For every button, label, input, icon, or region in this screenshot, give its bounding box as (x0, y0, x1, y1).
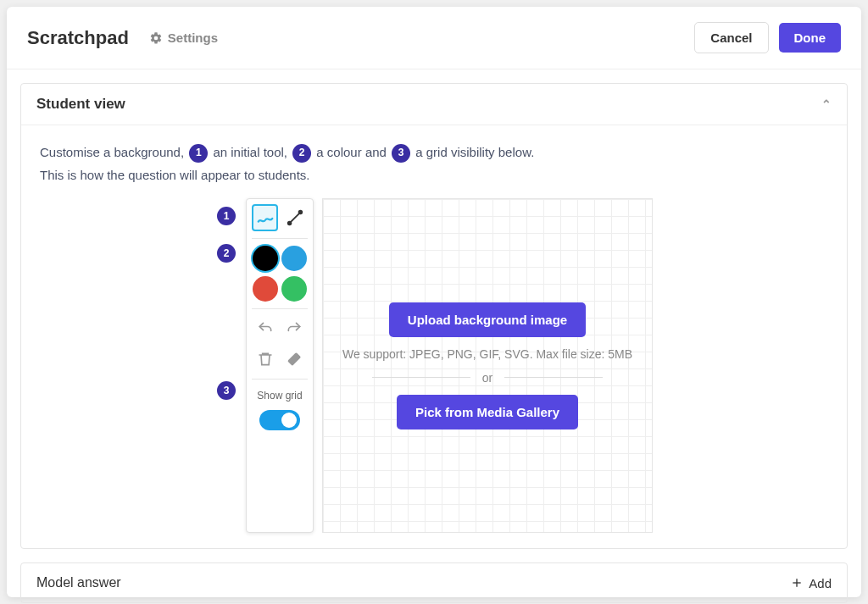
badge-1-inline: 1 (189, 144, 208, 163)
support-text: We support: JPEG, PNG, GIF, SVG. Max fil… (342, 347, 632, 361)
or-text: or (482, 371, 492, 385)
badge-3-inline: 3 (392, 144, 410, 163)
settings-label: Settings (168, 30, 218, 45)
badge-1: 1 (217, 207, 236, 225)
instruction-text: Customise a background, 1 an initial too… (40, 141, 828, 186)
color-row-2 (252, 276, 308, 302)
drawing-toolbar: Show grid (246, 198, 314, 533)
plus-icon (790, 576, 804, 590)
badge-3: 3 (217, 381, 236, 400)
color-black[interactable] (253, 246, 278, 271)
line-tool[interactable] (281, 204, 308, 231)
cancel-button[interactable]: Cancel (694, 22, 768, 53)
eraser-button[interactable] (281, 346, 307, 372)
settings-link[interactable]: Settings (149, 30, 218, 45)
color-red[interactable] (253, 276, 278, 302)
show-grid-toggle[interactable] (259, 410, 300, 430)
undo-icon (257, 320, 274, 337)
color-row-1 (252, 246, 308, 271)
canvas-area: Upload background image We support: JPEG… (322, 198, 653, 533)
model-answer-heading: Model answer (36, 575, 121, 590)
trash-icon (257, 351, 274, 368)
done-button[interactable]: Done (779, 23, 842, 53)
model-answer-section: Model answer Add (20, 562, 848, 603)
student-view-header[interactable]: Student view ⌃ (21, 84, 847, 125)
instruction-line2: This is how the question will appear to … (40, 168, 310, 182)
chevron-up-icon: ⌃ (821, 97, 832, 111)
instruction-p3: a colour and (316, 145, 387, 159)
instruction-p4: a grid visibility below. (415, 145, 534, 159)
add-model-answer-button[interactable]: Add (790, 576, 832, 590)
svg-point-1 (287, 222, 291, 225)
scratchpad-modal: Scratchpad Settings Cancel Done Student … (7, 7, 861, 597)
redo-button[interactable] (281, 316, 307, 341)
upload-background-button[interactable]: Upload background image (389, 302, 586, 337)
show-grid-label: Show grid (252, 390, 308, 402)
badge-2: 2 (217, 244, 236, 263)
divider-line-right (504, 377, 603, 378)
freehand-tool[interactable] (252, 204, 278, 231)
color-blue[interactable] (281, 246, 307, 271)
eraser-icon (286, 351, 303, 368)
redo-icon (286, 320, 303, 337)
media-gallery-button[interactable]: Pick from Media Gallery (397, 395, 578, 429)
gear-icon (149, 31, 163, 45)
badge-2-inline: 2 (292, 144, 311, 163)
undo-button[interactable] (253, 316, 278, 341)
student-view-body: Customise a background, 1 an initial too… (21, 125, 847, 548)
delete-erase-row (252, 346, 308, 372)
or-divider: or (372, 371, 603, 385)
badge-column: 1 2 3 (215, 198, 237, 533)
instruction-p1: Customise a background, (40, 145, 184, 159)
tool-row (252, 204, 308, 231)
student-view-section: Student view ⌃ Customise a background, 1… (20, 83, 848, 549)
instruction-p2: an initial tool, (213, 145, 287, 159)
add-label: Add (809, 576, 832, 590)
scribble-icon (256, 208, 275, 227)
editor-area: 1 2 3 (40, 198, 828, 533)
page-title: Scratchpad (27, 27, 129, 49)
delete-button[interactable] (253, 346, 278, 372)
student-view-heading: Student view (36, 96, 125, 113)
color-green[interactable] (281, 276, 307, 302)
modal-header: Scratchpad Settings Cancel Done (7, 7, 861, 69)
toggle-knob (281, 413, 297, 428)
divider-line-left (372, 377, 470, 378)
line-icon (286, 208, 304, 227)
svg-point-2 (298, 211, 302, 214)
undo-redo-row (252, 316, 308, 341)
